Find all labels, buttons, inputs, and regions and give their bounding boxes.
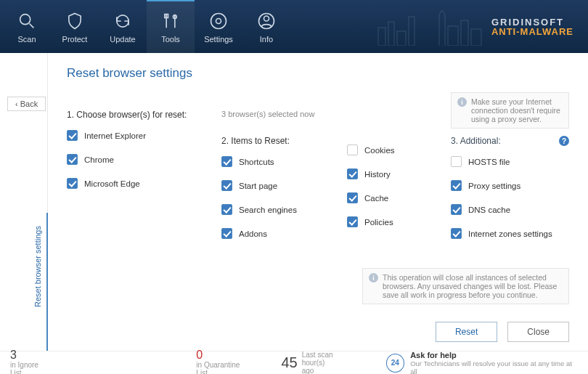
checkbox-hosts[interactable]	[451, 156, 462, 167]
nav-label: Update	[110, 35, 135, 44]
additional-column: i Make sure your Internet connection doe…	[451, 92, 569, 252]
footer: 3 in Ignore List 0 in Quarantine List 45…	[0, 351, 588, 374]
left-column: ‹ Back Reset browser settings	[0, 53, 48, 351]
label: Internet Explorer	[84, 131, 146, 140]
checkbox-dns[interactable]	[451, 204, 462, 215]
header: Scan Protect Update Tools Settings Info …	[0, 0, 588, 53]
svg-point-6	[264, 16, 269, 21]
checkbox-history[interactable]	[347, 168, 358, 179]
nav-label: Protect	[62, 35, 88, 44]
last-scan: 45 Last scanhour(s) ago	[281, 351, 338, 374]
step3-heading: 3. Additional:	[451, 136, 501, 146]
refresh-icon	[113, 11, 133, 31]
checkbox-ie[interactable]	[67, 130, 78, 141]
person-icon	[256, 11, 277, 31]
svg-point-0	[20, 15, 30, 25]
gear-icon	[208, 11, 229, 31]
step1-heading: 1. Choose browser(s) for reset:	[67, 110, 201, 120]
nav-label: Tools	[161, 35, 180, 44]
nav-label: Scan	[17, 35, 36, 44]
content: Reset browser settings 1. Choose browser…	[48, 53, 588, 351]
support-24-icon: 24	[386, 354, 405, 373]
ignore-stat: 3 in Ignore List	[10, 349, 51, 374]
nav-scan[interactable]: Scan	[3, 0, 51, 53]
main: ‹ Back Reset browser settings Reset brow…	[0, 53, 588, 351]
checkbox-policies[interactable]	[347, 216, 358, 227]
checkbox-cache[interactable]	[347, 192, 358, 203]
magnifier-icon	[17, 11, 37, 31]
browsers-column: 1. Choose browser(s) for reset: Internet…	[67, 92, 201, 252]
items-column-a: 3 browser(s) selected now 2. Items to Re…	[221, 92, 327, 252]
nav-protect[interactable]: Protect	[51, 0, 99, 53]
nav-label: Info	[260, 35, 273, 44]
nav: Scan Protect Update Tools Settings Info	[0, 0, 290, 53]
label: Search engines	[239, 206, 297, 214]
note-text: Make sure your Internet connection doesn…	[471, 97, 563, 123]
proxy-note: i Make sure your Internet connection doe…	[451, 92, 569, 129]
last-scan-count: 45	[281, 354, 297, 371]
svg-rect-13	[471, 29, 481, 46]
svg-rect-10	[409, 17, 415, 46]
svg-rect-7	[378, 28, 385, 46]
checkbox-edge[interactable]	[67, 178, 78, 189]
warning-note: i This operation will close all instance…	[362, 268, 569, 304]
label: Proxy settings	[468, 182, 520, 190]
label: History	[364, 170, 391, 179]
shield-icon	[65, 11, 85, 31]
info-icon: i	[369, 273, 378, 282]
info-icon: i	[457, 97, 467, 107]
label: Start page	[239, 182, 277, 190]
label: DNS cache	[468, 206, 510, 214]
brand-product: ANTI-MALWARE	[491, 27, 573, 36]
page-title: Reset browser settings	[67, 66, 569, 81]
nav-tools[interactable]: Tools	[147, 0, 195, 53]
checkbox-startpage[interactable]	[221, 180, 232, 191]
help-title: Ask for help	[410, 351, 578, 359]
reset-button[interactable]: Reset	[436, 322, 497, 342]
quarantine-label: in Quarantine List	[196, 361, 252, 374]
nav-label: Settings	[204, 35, 233, 44]
svg-line-1	[30, 24, 34, 28]
nav-info[interactable]: Info	[242, 0, 290, 53]
ignore-label: in Ignore List	[10, 361, 51, 374]
checkbox-addons[interactable]	[221, 228, 232, 239]
quarantine-stat: 0 in Quarantine List	[196, 349, 252, 374]
label: Shortcuts	[239, 158, 274, 166]
svg-point-4	[216, 19, 221, 24]
svg-rect-9	[397, 31, 406, 46]
help-sub: Our Technicians will resolve your issue …	[410, 359, 578, 375]
label: Cache	[364, 194, 388, 203]
help-icon[interactable]: ?	[559, 136, 569, 146]
checkbox-proxy[interactable]	[451, 180, 462, 191]
skyline-icon	[375, 6, 484, 48]
side-tab-label[interactable]: Reset browser settings	[33, 226, 42, 307]
tools-icon	[160, 11, 181, 31]
label: Cookies	[364, 146, 395, 155]
label: Internet zones settings	[468, 229, 552, 238]
checkbox-chrome[interactable]	[67, 154, 78, 165]
logo-area: GRIDINSOFT ANTI-MALWARE	[375, 6, 573, 48]
checkbox-zones[interactable]	[451, 228, 462, 239]
svg-rect-12	[461, 20, 468, 46]
label: HOSTS file	[468, 158, 510, 166]
note-text: This operation will close all instances …	[383, 273, 563, 299]
label: Addons	[239, 229, 267, 238]
ask-for-help[interactable]: 24 Ask for help Our Technicians will res…	[386, 351, 578, 375]
last-scan-l2: hour(s) ago	[302, 359, 325, 374]
items-column-b: Cookies History Cache Policies	[347, 92, 430, 252]
close-button[interactable]: Close	[507, 322, 569, 342]
nav-update[interactable]: Update	[99, 0, 147, 53]
svg-rect-8	[388, 22, 394, 46]
checkbox-shortcuts[interactable]	[221, 156, 232, 167]
back-button[interactable]: ‹ Back	[7, 97, 46, 111]
label: Policies	[364, 218, 393, 227]
svg-point-3	[211, 14, 226, 29]
step2-heading: 2. Items to Reset:	[221, 136, 327, 146]
checkbox-cookies[interactable]	[347, 145, 358, 155]
label: Chrome	[84, 155, 114, 164]
svg-rect-11	[448, 26, 458, 46]
last-scan-l1: Last scan	[302, 351, 333, 359]
nav-settings[interactable]: Settings	[195, 0, 242, 53]
label: Microsoft Edge	[84, 179, 140, 188]
checkbox-search[interactable]	[221, 204, 232, 215]
